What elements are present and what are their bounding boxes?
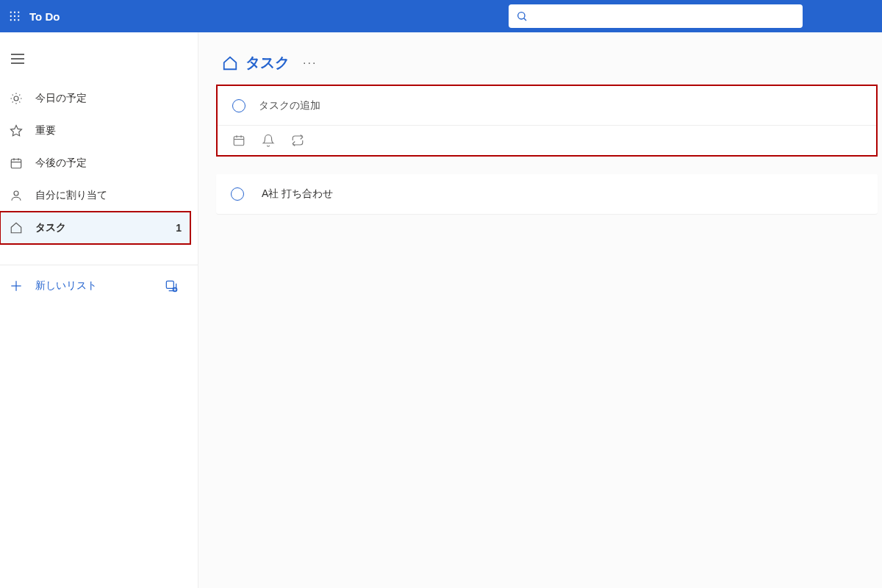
search-input[interactable] [534,10,795,22]
star-icon [9,123,24,138]
home-icon [9,220,24,235]
sidebar-item-tasks[interactable]: タスク 1 [0,212,190,244]
calendar-icon [9,156,24,171]
svg-point-14 [14,96,18,101]
hamburger-icon [11,54,24,64]
sidebar-item-important[interactable]: 重要 [0,115,198,147]
new-list-button[interactable]: 新しいリスト [0,270,198,302]
bell-icon [262,134,275,147]
svg-line-22 [19,95,20,96]
add-task-placeholder: タスクの追加 [259,99,320,112]
sidebar-item-planned[interactable]: 今後の予定 [0,147,198,179]
svg-rect-31 [166,281,173,288]
list-title: タスク [245,53,290,73]
sidebar-item-assigned[interactable]: 自分に割り当て [0,179,198,212]
svg-line-10 [524,18,526,21]
add-task-actions [218,126,876,155]
sidebar-item-label: 自分に割り当て [35,189,107,202]
reminder-button[interactable] [262,134,275,147]
app-header: To Do [0,0,882,32]
repeat-icon [291,134,304,147]
svg-line-21 [12,101,13,102]
svg-point-1 [14,12,15,13]
circle-icon [232,99,245,112]
sidebar-item-label: タスク [35,221,66,234]
task-title: A社 打ち合わせ [262,187,333,201]
due-date-button[interactable] [232,134,245,147]
main-content: タスク ··· タスクの追加 [198,32,882,588]
sun-icon [9,91,24,106]
sidebar: 今日の予定 重要 今後の予定 [0,32,198,588]
sidebar-item-label: 重要 [35,124,56,137]
svg-point-8 [18,19,19,21]
svg-point-0 [10,12,12,13]
new-group-button[interactable] [164,279,179,293]
new-list-label: 新しいリスト [35,279,97,293]
svg-rect-24 [11,159,21,168]
plus-icon [9,279,24,293]
calendar-icon [232,134,245,147]
svg-point-6 [10,19,12,21]
svg-line-17 [12,95,13,96]
home-icon [222,55,238,71]
svg-rect-35 [234,137,244,146]
search-box[interactable] [509,4,803,28]
sidebar-item-my-day[interactable]: 今日の予定 [0,82,198,115]
list-header: タスク ··· [216,53,882,73]
add-task-input-row[interactable]: タスクの追加 [218,86,876,126]
svg-point-28 [14,191,18,196]
svg-marker-23 [11,126,22,136]
list-more-button[interactable]: ··· [303,57,317,70]
app-launcher-button[interactable] [6,7,24,25]
repeat-button[interactable] [291,134,304,147]
svg-point-3 [10,15,12,17]
svg-point-9 [518,12,525,19]
menu-toggle-button[interactable] [3,44,32,74]
add-task-panel: タスクの追加 [216,85,878,157]
search-icon [516,10,528,22]
svg-point-5 [18,15,19,17]
sidebar-item-label: 今日の予定 [35,92,87,105]
svg-line-18 [19,101,20,102]
svg-point-7 [14,19,15,21]
complete-task-checkbox[interactable] [231,187,244,201]
task-item[interactable]: A社 打ち合わせ [216,174,878,214]
svg-point-4 [14,15,15,17]
app-title: To Do [29,10,60,23]
waffle-icon [10,11,20,21]
sidebar-item-label: 今後の予定 [35,157,87,170]
person-icon [9,188,24,203]
sidebar-item-count: 1 [176,222,182,234]
svg-point-2 [18,12,19,13]
